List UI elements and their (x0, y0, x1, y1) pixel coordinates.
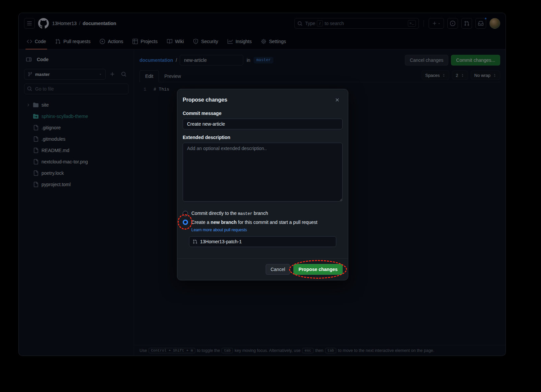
github-window: 13Homer13 / documentation Type / to sear… (18, 13, 506, 356)
dialog-title: Propose changes (183, 97, 227, 103)
radio-create-branch[interactable]: Create a new branch for this commit and … (183, 220, 343, 225)
new-branch-name-input[interactable] (200, 239, 333, 244)
close-dialog-button[interactable] (332, 95, 343, 105)
extended-description-textarea[interactable] (183, 143, 343, 202)
learn-more-link[interactable]: Learn more about pull requests (191, 228, 247, 232)
extended-description-label: Extended description (183, 135, 343, 140)
radio-commit-direct[interactable]: Commit directly to the master branch (183, 211, 343, 216)
commit-message-label: Commit message (183, 111, 343, 116)
cancel-button[interactable]: Cancel (266, 264, 290, 275)
radio-checked-icon[interactable] (183, 220, 188, 225)
radio-unchecked-icon[interactable] (183, 211, 188, 216)
radio-commit-direct-label: Commit directly to the master branch (191, 211, 268, 216)
new-branch-name-field (189, 236, 336, 247)
branch-name-code: master (238, 212, 252, 216)
radio-create-branch-label: Create a new branch for this commit and … (191, 220, 318, 225)
close-icon (335, 97, 340, 103)
git-pull-request-icon (193, 239, 197, 244)
commit-message-input[interactable] (183, 119, 343, 129)
propose-changes-dialog: Propose changes Commit message Extended … (177, 89, 348, 280)
propose-changes-button[interactable]: Propose changes (293, 264, 343, 275)
